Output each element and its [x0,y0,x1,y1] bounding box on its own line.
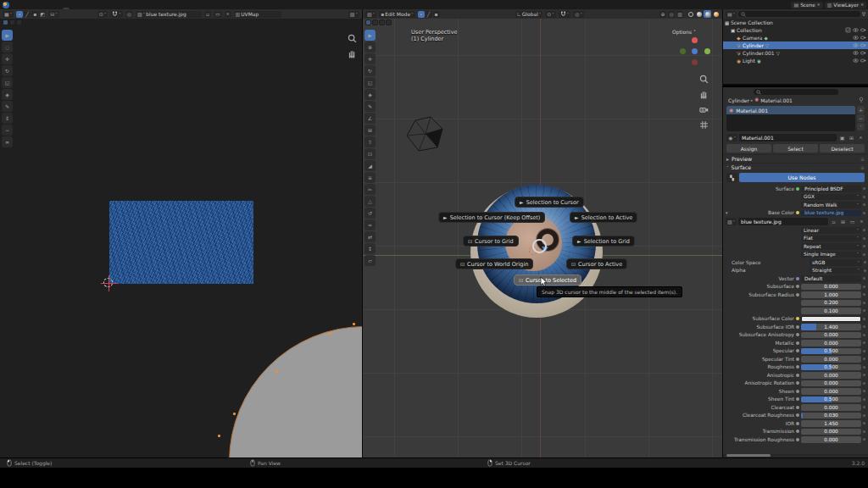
outliner-row[interactable]: ▸ ▽ Cylinder ▽ [723,42,868,49]
property-dropdown[interactable]: sRGB˅ [810,259,862,266]
remove-slot-button[interactable] [857,114,865,122]
workspace-tab[interactable] [110,8,117,9]
tool-button[interactable]: ∠ [364,113,376,124]
pie-menu-item[interactable]: ► Selection to Cursor (Keep Offset) [438,212,545,223]
workspace-tab[interactable] [97,8,103,9]
property-slider[interactable]: 0.000 [801,404,861,411]
tool-settings-icon[interactable] [9,19,15,25]
uv-vertex-dot[interactable] [233,413,236,415]
outliner-row[interactable]: ▦ Scene Collection [723,19,868,26]
filter-icon[interactable] [862,12,865,17]
blender-logo-icon[interactable] [3,2,9,8]
uv-face-mode-button[interactable] [31,11,38,18]
property-slider[interactable]: 0.000 [801,429,861,435]
uv-vertex-mode-button[interactable] [16,11,23,18]
eye-icon[interactable] [853,58,859,64]
property-dropdown[interactable]: Random Walk˅ [801,202,861,208]
material-slot-row[interactable]: Material.001 [726,106,855,114]
property-menu-field[interactable]: Principled BSDF [801,186,861,192]
texture-link-field[interactable]: blue texture.jpg [801,210,861,217]
tool-button[interactable]: ∼ [2,125,13,136]
property-dropdown[interactable]: GGX˅ [801,194,861,201]
properties-scrollbar[interactable] [723,454,868,457]
axis-y-handle[interactable] [704,48,710,54]
editor-type-button[interactable] [726,11,737,18]
tool-button[interactable]: ≡ [364,172,376,183]
pan-hand-icon[interactable] [699,86,709,96]
tool-button[interactable]: ✛ [2,53,13,64]
tool-button[interactable]: ⊕ [364,42,376,53]
new-material-button[interactable] [848,134,855,141]
tool-button[interactable]: ◈ [2,89,13,100]
deselect-button[interactable]: Deselect [820,144,865,152]
pie-menu-item[interactable]: ► Selection to Cursor [515,197,584,208]
outliner-row[interactable]: ▸ ▽ Cylinder.001 ▽ [723,49,868,57]
fake-user-button[interactable] [838,134,846,141]
tool-button[interactable]: ↕ [364,243,376,254]
new-image-button[interactable] [830,218,837,225]
tool-button[interactable]: ◱ [364,77,376,88]
axis-y-neg-handle[interactable] [680,48,686,54]
tool-button[interactable]: ⊡ [364,148,376,159]
remove-viewlayer-icon[interactable] [860,2,864,8]
pivot-button[interactable] [97,11,108,18]
snap-button[interactable] [110,11,123,18]
uv-vertex-dot[interactable] [275,370,278,373]
property-slider[interactable]: 0.000 [801,436,861,443]
pan-hand-icon[interactable] [348,46,357,55]
uv-vertex-dot[interactable] [329,332,331,335]
property-slider[interactable]: 0.500 [801,396,861,403]
vertex-select-button[interactable] [418,11,425,18]
tool-button[interactable]: ⇕ [2,113,13,124]
property-dropdown[interactable]: Single Image˅ [801,252,861,258]
property-slider[interactable]: 0.100 [801,308,861,314]
solid-shading-button[interactable] [695,10,703,18]
workspace-tab[interactable] [103,8,110,9]
properties-search-input[interactable] [754,89,838,95]
camera-visibility-icon[interactable] [860,50,866,56]
uv-vertex-dot[interactable] [218,435,220,437]
pie-menu-item[interactable]: ⊡ Cursor to Active [566,258,627,269]
proportional-edit-button[interactable] [125,11,133,18]
uv-vertex-dot[interactable] [353,323,355,325]
outliner-row[interactable]: ▸ ◉ Light ◉ [723,57,868,64]
eye-icon[interactable] [853,35,859,41]
tool-button[interactable]: ✂ [364,184,376,195]
tool-button[interactable]: ◱ [2,77,13,88]
property-dropdown[interactable]: Flat˅ [801,236,861,242]
property-slider[interactable]: 0.000 [801,372,861,379]
pie-menu-item[interactable]: ► Selection to Grid [572,236,635,247]
workspace-tab[interactable] [42,8,49,9]
pin-icon[interactable] [858,97,865,103]
workspace-tab[interactable] [49,8,56,9]
open-image-button[interactable] [849,218,856,225]
preview-panel-header[interactable]: Preview [723,154,868,163]
face-select-button[interactable] [433,11,440,18]
camera-visibility-icon[interactable] [860,27,866,33]
tool-settings-icon[interactable] [365,19,371,25]
tool-settings-icon[interactable] [16,19,22,25]
zoom-icon[interactable] [348,30,357,40]
tool-settings-icon[interactable] [3,19,8,25]
tool-button[interactable]: ≍ [2,136,13,147]
uvmap-selector[interactable]: UVMap [234,11,281,18]
assign-button[interactable]: Assign [726,144,771,152]
tool-button[interactable]: ▱ [364,255,376,266]
workspace-tab[interactable] [56,8,63,9]
tool-button[interactable]: ⊞ [364,125,376,136]
unlink-image-button[interactable] [858,218,865,225]
tool-button[interactable]: ≈ [364,219,376,230]
workspace-tab[interactable] [117,8,124,9]
workspace-tab[interactable] [90,8,97,9]
property-slider[interactable]: 1.400 [801,324,861,330]
property-slider[interactable]: 0.500 [801,364,861,371]
unlink-icon[interactable] [817,2,821,8]
snap-button[interactable] [559,11,571,18]
tool-button[interactable]: ⇧ [364,136,376,147]
material-datablock-icon-button[interactable] [726,134,737,141]
tool-button[interactable]: ✎ [2,101,13,112]
tool-button[interactable]: ▶ [364,30,376,41]
material-preview-button[interactable] [704,10,711,18]
image-selector[interactable]: blue texture.jpg [136,11,202,18]
material-name-field[interactable]: Material.001 [739,134,837,141]
